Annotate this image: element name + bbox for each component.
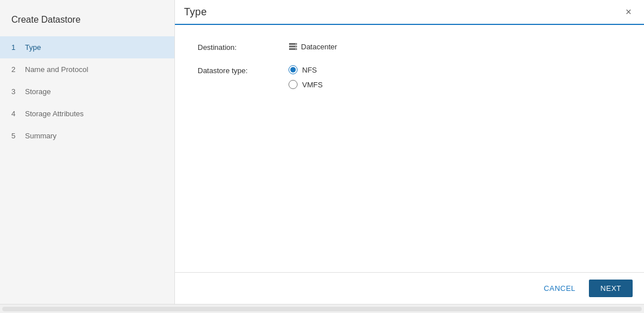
destination-text: Datacenter [301, 43, 337, 51]
bottom-bar [0, 304, 644, 313]
radio-nfs-label: NFS [302, 66, 317, 74]
close-button[interactable]: × [622, 5, 635, 19]
main-content: Type × Destination: [175, 0, 644, 304]
sidebar-item-type[interactable]: 1 Type [0, 36, 174, 58]
sidebar-label-type: Type [25, 43, 41, 52]
sidebar-item-summary[interactable]: 5 Summary [0, 125, 174, 147]
sidebar-label-summary: Summary [25, 132, 57, 140]
next-button[interactable]: NEXT [589, 280, 633, 297]
scrollbar-track[interactable] [2, 307, 642, 311]
radio-option-nfs[interactable]: NFS [288, 65, 323, 74]
radio-group: NFS VMFS [288, 65, 323, 89]
radio-nfs[interactable] [288, 65, 298, 74]
svg-point-5 [295, 49, 296, 50]
step-num-2: 2 [11, 65, 19, 74]
sidebar-item-storage[interactable]: 3 Storage [0, 81, 174, 103]
radio-option-vmfs[interactable]: VMFS [288, 80, 323, 89]
cancel-button[interactable]: CANCEL [537, 280, 583, 297]
datastore-type-label: Datastore type: [198, 65, 288, 75]
step-num-1: 1 [11, 43, 19, 52]
sidebar-title: Create Datastore [0, 6, 174, 36]
footer: CANCEL NEXT [175, 272, 644, 304]
datacenter-icon [288, 42, 298, 51]
step-num-4: 4 [11, 109, 19, 118]
datastore-type-row: Datastore type: NFS VMFS [198, 65, 621, 89]
sidebar-item-name-protocol[interactable]: 2 Name and Protocol [0, 58, 174, 81]
sidebar-item-storage-attributes[interactable]: 4 Storage Attributes [0, 103, 174, 125]
step-num-3: 3 [11, 87, 19, 96]
dialog-wrapper: Create Datastore 1 Type 2 Name and Proto… [0, 0, 644, 304]
destination-label: Destination: [198, 42, 288, 52]
sidebar-label-name-protocol: Name and Protocol [25, 65, 88, 74]
sidebar-label-storage: Storage [25, 87, 51, 96]
svg-point-3 [295, 44, 296, 45]
radio-vmfs[interactable] [288, 80, 298, 89]
form-area: Destination: Datacenter [175, 25, 644, 272]
header-title: Type [184, 6, 207, 18]
svg-point-4 [295, 46, 296, 47]
destination-row: Destination: Datacenter [198, 42, 621, 52]
step-num-5: 5 [11, 132, 19, 140]
radio-vmfs-label: VMFS [302, 81, 323, 89]
header-bar: Type × [175, 0, 644, 25]
sidebar: Create Datastore 1 Type 2 Name and Proto… [0, 0, 175, 304]
sidebar-label-storage-attributes: Storage Attributes [25, 109, 83, 118]
destination-value: Datacenter [288, 42, 337, 51]
